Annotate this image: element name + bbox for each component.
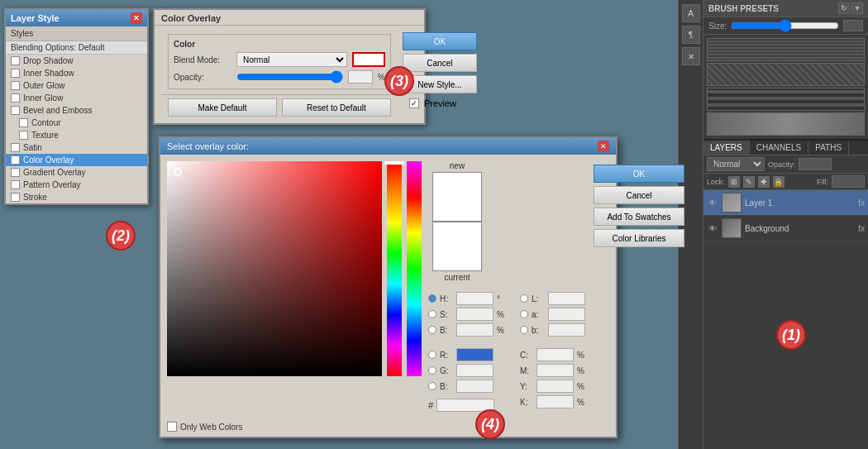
new-color-swatch[interactable] [432, 172, 482, 222]
style-item-pattern-overlay[interactable]: Pattern Overlay [6, 179, 147, 191]
make-default-button[interactable]: Make Default [168, 98, 277, 117]
select-color-cancel-button[interactable]: Cancel [594, 186, 684, 204]
fill-input[interactable]: 100% [832, 175, 865, 188]
brush-preview-3[interactable] [707, 88, 865, 111]
brush-presets-refresh-icon[interactable]: ↻ [838, 2, 850, 14]
outer-glow-checkbox[interactable] [11, 81, 20, 90]
hue-slider[interactable] [387, 161, 402, 376]
a-radio[interactable] [520, 310, 528, 318]
color-picker-gradient-area[interactable] [167, 161, 382, 376]
opacity-input[interactable]: 100 [348, 70, 373, 84]
green-input[interactable]: 255 [456, 364, 494, 377]
l-radio[interactable] [520, 294, 528, 303]
layers-blend-mode-dropdown[interactable]: Normal [707, 157, 765, 171]
brush-presets-menu-icon[interactable]: ▼ [851, 2, 863, 14]
gradient-overlay-checkbox[interactable] [11, 168, 20, 177]
spectrum-slider[interactable] [407, 161, 422, 376]
add-to-swatches-button[interactable]: Add To Swatches [594, 208, 684, 226]
style-item-inner-shadow[interactable]: Inner Shadow [6, 67, 147, 79]
style-item-bevel-emboss[interactable]: Bevel and Emboss [6, 104, 147, 117]
green-radio[interactable] [428, 366, 436, 375]
tab-channels[interactable]: CHANNELS [750, 141, 808, 155]
lock-position-icon[interactable]: ⊞ [728, 176, 740, 188]
tab-layers[interactable]: LAYERS [703, 141, 750, 155]
blue-input[interactable]: 255 [456, 380, 494, 393]
tab-paths[interactable]: PATHS [808, 141, 849, 155]
style-item-color-overlay[interactable]: ✓ Color Overlay [6, 154, 147, 166]
saturation-radio[interactable] [428, 310, 436, 318]
lock-pixels-icon[interactable]: ✎ [743, 176, 755, 188]
color-swatch[interactable] [352, 52, 385, 67]
select-color-close-button[interactable]: ✕ [598, 141, 609, 152]
black-input[interactable]: 0 [537, 395, 574, 408]
style-item-satin[interactable]: Satin [6, 141, 147, 154]
l-input[interactable]: 100 [548, 292, 585, 305]
brush-size-input[interactable] [843, 20, 863, 31]
inner-shadow-checkbox[interactable] [11, 69, 20, 78]
style-item-drop-shadow[interactable]: Drop Shadow [6, 55, 147, 67]
style-item-contour[interactable]: Contour [6, 117, 147, 129]
paragraph-icon[interactable]: ¶ [682, 26, 700, 44]
lock-move-icon[interactable]: ✚ [758, 176, 770, 188]
layer-style-close-button[interactable]: ✕ [131, 12, 142, 24]
type-tool-icon[interactable]: A [682, 4, 700, 22]
brush-size-slider[interactable] [731, 22, 839, 29]
color-overlay-checkbox[interactable]: ✓ [11, 155, 20, 165]
only-web-colors-checkbox[interactable] [167, 422, 177, 432]
blue-radio[interactable] [428, 382, 436, 390]
style-item-outer-glow[interactable]: Outer Glow [6, 79, 147, 92]
select-color-dialog[interactable]: Select overlay color: ✕ new current [159, 136, 618, 438]
stroke-checkbox[interactable] [11, 193, 20, 202]
background-visibility-icon[interactable]: 👁 [707, 222, 718, 234]
b-lab-radio[interactable] [520, 326, 528, 334]
layer-style-dialog[interactable]: Layer Style ✕ Styles Blending Options: D… [4, 8, 149, 205]
background-fx: fx [858, 224, 865, 233]
saturation-unit: % [497, 310, 507, 319]
brush-preview-4[interactable] [707, 112, 865, 136]
blend-mode-dropdown[interactable]: Normal [236, 52, 347, 67]
blending-options-item[interactable]: Blending Options: Default [6, 41, 147, 55]
style-item-gradient-overlay[interactable]: Gradient Overlay [6, 166, 147, 179]
hue-input[interactable]: 0 [456, 292, 494, 305]
yellow-input[interactable]: 0 [537, 380, 574, 393]
color-gradient[interactable] [167, 161, 382, 376]
drop-shadow-checkbox[interactable] [11, 56, 20, 65]
saturation-input[interactable]: 0 [456, 308, 494, 321]
lock-all-icon[interactable]: 🔒 [773, 176, 785, 188]
brightness-radio[interactable] [428, 326, 436, 334]
brush-preview-1[interactable] [707, 38, 865, 61]
texture-checkbox[interactable] [19, 131, 28, 140]
select-color-ok-button[interactable]: OK [594, 165, 684, 183]
opacity-input[interactable]: 100% [799, 158, 832, 170]
a-input[interactable]: 0 [548, 308, 585, 321]
cyan-input[interactable]: 0 [537, 348, 574, 361]
cancel-button[interactable]: Cancel [403, 54, 477, 72]
style-item-inner-glow[interactable]: Inner Glow [6, 92, 147, 104]
color-libraries-button[interactable]: Color Libraries [594, 229, 684, 247]
reset-to-default-button[interactable]: Reset to Default [282, 98, 391, 117]
style-item-texture[interactable]: Texture [6, 129, 147, 141]
layer-item-1[interactable]: 👁 Layer 1 fx [703, 190, 868, 216]
b-lab-input[interactable]: 0 [548, 323, 585, 337]
brush-preview-2[interactable] [707, 63, 865, 86]
opacity-slider[interactable] [236, 74, 343, 80]
hex-input[interactable]: ffffff [436, 399, 494, 412]
new-style-button[interactable]: New Style... [403, 75, 477, 93]
color-overlay-panel[interactable]: Color Overlay Color Blend Mode: Normal O… [153, 8, 426, 125]
brightness-input[interactable]: 100 [456, 323, 494, 337]
ok-button[interactable]: OK [403, 32, 477, 50]
red-input[interactable]: 255 [456, 348, 494, 361]
bevel-emboss-checkbox[interactable] [11, 106, 20, 115]
hue-radio[interactable] [428, 294, 436, 303]
preview-checkbox[interactable]: ✓ [409, 98, 419, 108]
layer-1-visibility-icon[interactable]: 👁 [707, 197, 718, 208]
settings-icon[interactable]: ✕ [682, 47, 700, 65]
red-radio[interactable] [428, 351, 436, 359]
pattern-overlay-checkbox[interactable] [11, 180, 20, 189]
layer-item-background[interactable]: 👁 Background fx [703, 216, 868, 241]
satin-checkbox[interactable] [11, 143, 20, 152]
inner-glow-checkbox[interactable] [11, 93, 20, 103]
style-item-stroke[interactable]: Stroke [6, 191, 147, 203]
contour-checkbox[interactable] [19, 118, 28, 127]
magenta-input[interactable]: 0 [537, 364, 574, 377]
